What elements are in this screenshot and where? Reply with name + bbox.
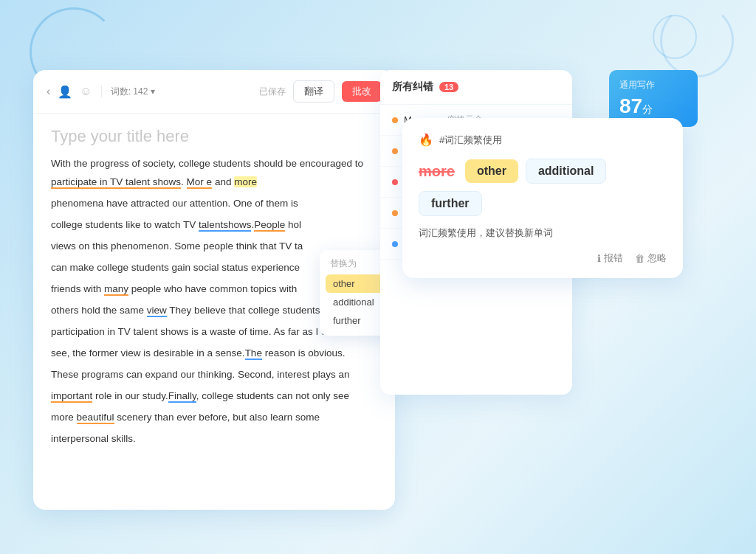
vocab-words: more other additional further [419, 159, 667, 216]
errors-header: 所有纠错 13 [380, 70, 572, 105]
error-dot-show [392, 179, 398, 185]
vocab-title: #词汇频繁使用 [439, 134, 502, 147]
underline-finally: Finally [168, 390, 196, 403]
vocab-strikethrough-word: more [419, 163, 455, 180]
underline-view: view [147, 305, 167, 317]
report-label: 报错 [604, 252, 623, 265]
user-icon: 👤 [58, 85, 72, 99]
vocab-chip-additional[interactable]: additional [526, 159, 607, 184]
report-icon: ℹ [597, 253, 601, 264]
score-unit: 分 [642, 103, 653, 115]
ignore-icon: 🗑 [635, 253, 645, 264]
error-dot-people [392, 148, 398, 154]
toolbar-divider [101, 86, 102, 97]
underline-beautiful: beautiful [77, 412, 114, 424]
editor-panel: ‹ 👤 ☺ 词数: 142 ▾ 已保存 翻译 批改 Type your titl… [33, 70, 395, 510]
vocab-icon: 🔥 [419, 133, 433, 147]
word-count: 词数: 142 ▾ [111, 86, 156, 98]
review-button[interactable]: 批改 [342, 81, 382, 102]
error-dot-many [392, 210, 398, 216]
editor-title[interactable]: Type your title here [33, 114, 395, 152]
underline-people: People [254, 219, 285, 232]
error-dot-more-e [392, 117, 398, 123]
underline-the: The [245, 347, 262, 360]
translate-button[interactable]: 翻译 [293, 80, 334, 103]
underline-many: many [104, 283, 128, 296]
score-value: 87分 [619, 94, 687, 118]
underline-participate: participate in TV talent shows [51, 176, 181, 189]
editor-toolbar: ‹ 👤 ☺ 词数: 142 ▾ 已保存 翻译 批改 [33, 70, 395, 114]
back-button[interactable]: ‹ [47, 85, 50, 98]
report-button[interactable]: ℹ 报错 [597, 252, 623, 265]
underline-important: important [51, 390, 92, 403]
error-dot-view [392, 241, 398, 247]
right-panel: 所有纠错 13 Mor e · 空格元余 People · 空格缺失 show … [380, 70, 698, 454]
underline-talentshows: talentshows [199, 219, 251, 232]
ignore-button[interactable]: 🗑 忽略 [635, 252, 667, 265]
bg-decoration-dot [653, 15, 697, 59]
vocab-card: 🔥 #词汇频繁使用 more other additional further … [402, 118, 683, 278]
errors-title: 所有纠错 [392, 80, 433, 94]
errors-badge: 13 [439, 82, 458, 92]
vocab-header: 🔥 #词汇频繁使用 [419, 133, 667, 147]
vocab-actions: ℹ 报错 🗑 忽略 [419, 252, 667, 265]
score-label: 通用写作 [619, 79, 687, 91]
highlight-more: more [234, 176, 257, 187]
saved-status: 已保存 [259, 86, 286, 98]
smile-icon: ☺ [80, 85, 92, 98]
vocab-chip-further[interactable]: further [419, 191, 482, 216]
vocab-chip-other[interactable]: other [465, 159, 518, 183]
underline-more: Mor e [187, 176, 213, 189]
main-wrapper: ‹ 👤 ☺ 词数: 142 ▾ 已保存 翻译 批改 Type your titl… [33, 70, 723, 510]
vocab-description: 词汇频繁使用，建议替换新单词 [419, 226, 667, 240]
ignore-label: 忽略 [647, 252, 667, 265]
